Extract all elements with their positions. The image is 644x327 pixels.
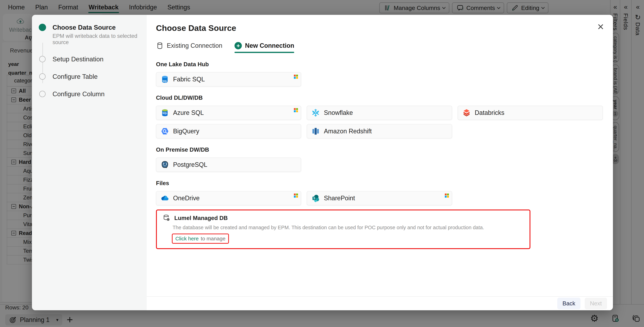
postgresql-icon — [160, 160, 169, 169]
step-dot — [39, 91, 46, 97]
tab-new-connection[interactable]: + New Connection — [234, 42, 294, 53]
step-dot — [39, 56, 46, 62]
onedrive-icon — [160, 194, 169, 203]
svg-text:SQL: SQL — [162, 80, 167, 82]
database-icon — [156, 42, 164, 49]
next-button[interactable]: Next — [585, 298, 607, 309]
wizard-stepper: Choose Data Source EPM will writeback da… — [32, 15, 147, 310]
source-card-amazon-redshift[interactable]: Amazon Redshift — [307, 124, 452, 138]
section-files: Files — [156, 180, 603, 187]
step-dot — [39, 73, 46, 80]
back-button[interactable]: Back — [557, 298, 580, 309]
section-cloud: Cloud DL/DW/DB — [156, 94, 603, 101]
source-card-label: Databricks — [475, 109, 504, 116]
amazon-redshift-icon — [311, 127, 320, 136]
sharepoint-icon: S — [311, 194, 320, 203]
tab-label: Existing Connection — [167, 42, 222, 49]
connection-tabs: Existing Connection + New Connection — [156, 42, 603, 53]
source-card-label: Azure SQL — [173, 109, 204, 116]
microsoft-logo-icon — [294, 74, 298, 79]
step-title: Setup Destination — [52, 56, 140, 63]
step-configure-table[interactable]: Configure Table — [39, 73, 140, 80]
one-lake-cards: SQL Fabric SQL — [156, 72, 603, 86]
choose-data-source-dialog: Choose Data Source EPM will writeback da… — [32, 15, 613, 310]
app-root: Home Plan Format Writeback Infobridge Se… — [0, 0, 644, 327]
lumel-title: Lumel Managed DB — [174, 215, 228, 221]
databricks-icon — [462, 108, 471, 117]
snowflake-icon — [311, 108, 320, 117]
modal-body: Choose Data Source × Existing Connection… — [147, 15, 613, 296]
dialog-title: Choose Data Source — [156, 23, 603, 33]
source-card-sharepoint[interactable]: S SharePoint — [307, 191, 452, 205]
source-card-bigquery[interactable]: BigQuery — [156, 124, 301, 138]
section-on-premise: On Premise DW/DB — [156, 146, 603, 153]
step-title: Configure Column — [52, 90, 140, 98]
modal-main: Choose Data Source × Existing Connection… — [147, 15, 613, 310]
files-cards: OneDrive S SharePoint — [156, 191, 603, 205]
source-card-azure-sql[interactable]: SQL Azure SQL — [156, 106, 301, 120]
bigquery-icon — [160, 127, 169, 136]
svg-text:S: S — [313, 197, 315, 200]
microsoft-logo-icon — [294, 193, 298, 198]
source-card-databricks[interactable]: Databricks — [458, 106, 603, 120]
microsoft-logo-icon — [444, 193, 449, 198]
microsoft-logo-icon — [294, 108, 298, 113]
section-one-lake: One Lake Data Hub — [156, 61, 603, 68]
step-subtitle: EPM will writeback data to selected sour… — [52, 33, 140, 45]
plus-circle-icon: + — [234, 42, 242, 49]
source-card-label: Snowflake — [324, 109, 353, 116]
lumel-header: Lumel Managed DB — [163, 214, 524, 222]
source-card-label: Fabric SQL — [173, 76, 205, 83]
source-card-label: PostgreSQL — [173, 161, 207, 168]
close-icon[interactable]: × — [598, 21, 604, 32]
source-card-label: Amazon Redshift — [324, 128, 372, 135]
tab-existing-connection[interactable]: Existing Connection — [156, 42, 222, 53]
lumel-manage-link-box: Click here to manage — [172, 234, 229, 244]
step-title: Configure Table — [52, 73, 140, 80]
click-here-link[interactable]: Click here — [175, 236, 198, 242]
lumel-description: The database will be created and managed… — [172, 225, 524, 230]
on-premise-cards: PostgreSQL — [156, 158, 603, 172]
source-card-snowflake[interactable]: Snowflake — [307, 106, 452, 120]
fabric-sql-icon: SQL — [160, 75, 169, 84]
cloud-cards: SQL Azure SQL Snowflake — [156, 106, 603, 138]
link-suffix: to manage — [201, 236, 226, 242]
azure-sql-icon: SQL — [160, 108, 169, 117]
tab-label: New Connection — [245, 42, 294, 49]
step-choose-data-source[interactable]: Choose Data Source EPM will writeback da… — [39, 24, 140, 45]
source-card-postgresql[interactable]: PostgreSQL — [156, 158, 301, 172]
step-dot-active — [39, 24, 46, 31]
step-title: Choose Data Source — [52, 24, 140, 31]
modal-footer: Back Next — [147, 296, 613, 310]
svg-text:SQL: SQL — [162, 112, 167, 114]
source-card-label: BigQuery — [173, 128, 199, 135]
managed-database-icon — [163, 214, 170, 222]
step-setup-destination[interactable]: Setup Destination — [39, 56, 140, 63]
source-card-label: OneDrive — [173, 195, 200, 202]
step-configure-column[interactable]: Configure Column — [39, 90, 140, 98]
source-card-label: SharePoint — [324, 195, 355, 202]
source-card-onedrive[interactable]: OneDrive — [156, 191, 301, 205]
lumel-managed-db-option[interactable]: Lumel Managed DB The database will be cr… — [156, 210, 530, 249]
source-card-fabric-sql[interactable]: SQL Fabric SQL — [156, 72, 301, 86]
